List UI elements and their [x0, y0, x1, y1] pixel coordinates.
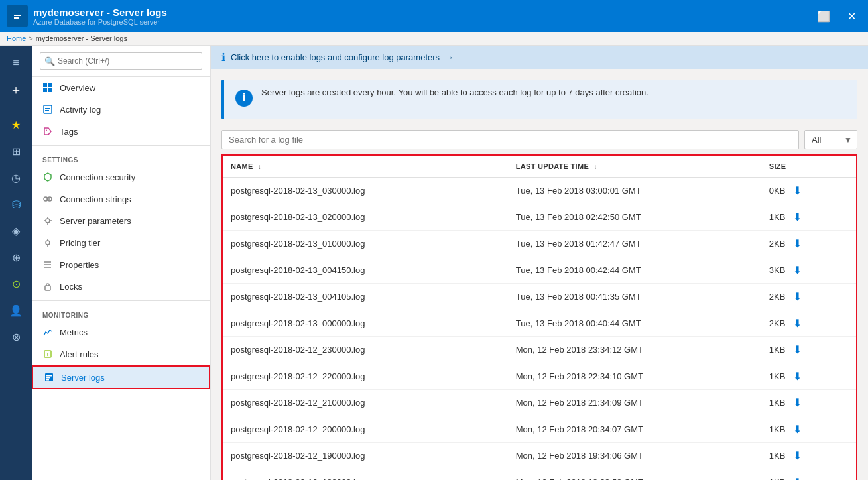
sidebar-item-alert-rules[interactable]: Alert rules [32, 343, 210, 365]
breadcrumb: Home > mydemoserver - Server logs [0, 32, 868, 46]
log-file-name: postgresql-2018-02-13_010000.log [223, 231, 508, 257]
download-button[interactable]: ⬇ [790, 448, 804, 463]
log-update-time: Tue, 13 Feb 2018 00:42:44 GMT [508, 257, 761, 284]
more-nav-item[interactable]: ⊗ [3, 325, 29, 349]
close-button[interactable]: ✕ [842, 7, 861, 25]
main-layout: ≡ ＋ ★ ⊞ ◷ ⛁ ◈ ⊕ ⊙ 👤 ⊗ 🔍 Overview [0, 46, 868, 480]
download-button[interactable]: ⬇ [790, 263, 804, 278]
sidebar-item-overview[interactable]: Overview [32, 77, 210, 99]
table-row: postgresql-2018-02-12_230000.logMon, 12 … [223, 337, 856, 363]
db-nav-item[interactable]: ⛁ [3, 192, 29, 216]
resource-nav-item[interactable]: ◈ [3, 219, 29, 243]
sidebar-item-server-logs-label: Server logs [61, 373, 105, 383]
svg-rect-30 [46, 375, 52, 377]
marketplace-nav-item[interactable]: ⊕ [3, 245, 29, 269]
update-sort-icon: ↓ [593, 163, 597, 170]
svg-rect-2 [14, 17, 19, 19]
sidebar-item-overview-label: Overview [60, 83, 95, 93]
log-size: 1KB⬇ [761, 443, 856, 469]
table-row: postgresql-2018-02-13_010000.logTue, 13 … [223, 231, 856, 257]
size-value: 2KB [769, 318, 786, 328]
sidebar-item-properties[interactable]: Properties [32, 254, 210, 276]
log-update-time: Mon, 12 Feb 2018 18:33:58 GMT [508, 469, 761, 481]
breadcrumb-home[interactable]: Home [7, 34, 26, 42]
svg-rect-4 [48, 83, 52, 87]
sidebar-divider-2 [32, 300, 210, 301]
size-value: 1KB [769, 212, 786, 222]
window-subtitle: Azure Database for PostgreSQL server [33, 18, 167, 26]
log-size: 1KB⬇ [761, 416, 856, 442]
dashboard-nav-item[interactable]: ⊞ [3, 139, 29, 163]
maximize-button[interactable]: ⬜ [812, 7, 836, 25]
log-file-name: postgresql-2018-02-12_210000.log [223, 390, 508, 416]
sidebar-item-metrics-label: Metrics [60, 328, 88, 337]
size-value: 1KB [769, 345, 786, 355]
log-file-name: postgresql-2018-02-12_180000.log [223, 469, 508, 481]
content-area: ℹ Click here to enable logs and configur… [211, 46, 868, 480]
download-button[interactable]: ⬇ [790, 422, 804, 437]
sidebar-item-connection-strings[interactable]: Connection strings [32, 188, 210, 210]
sidebar-item-server-logs[interactable]: Server logs [32, 365, 210, 389]
download-button[interactable]: ⬇ [790, 369, 804, 384]
svg-rect-5 [43, 88, 47, 92]
col-header-size: SIZE [761, 156, 856, 178]
log-file-name: postgresql-2018-02-13_020000.log [223, 204, 508, 231]
log-file-name: postgresql-2018-02-13_000000.log [223, 310, 508, 337]
favorites-nav-item[interactable]: ★ [3, 113, 29, 137]
properties-icon [42, 259, 53, 270]
user-nav-item[interactable]: 👤 [3, 298, 29, 322]
hamburger-nav-item[interactable]: ≡ [3, 51, 29, 75]
download-button[interactable]: ⬇ [790, 236, 804, 251]
sidebar-item-tags[interactable]: Tags [32, 121, 210, 143]
log-file-name: postgresql-2018-02-13_030000.log [223, 178, 508, 204]
pricing-tier-icon [42, 237, 53, 248]
app-icon [7, 5, 28, 27]
window-title: mydemoserver - Server logs [33, 7, 167, 18]
download-button[interactable]: ⬇ [790, 475, 804, 480]
sidebar-item-pricing-label: Pricing tier [60, 238, 100, 248]
log-update-time: Mon, 12 Feb 2018 22:34:10 GMT [508, 363, 761, 390]
sidebar-item-server-parameters[interactable]: Server parameters [32, 210, 210, 232]
filter-dropdown[interactable]: All [804, 130, 857, 149]
sidebar-item-activity-log[interactable]: Activity log [32, 99, 210, 121]
log-size: 2KB⬇ [761, 231, 856, 257]
log-file-name: postgresql-2018-02-13_004150.log [223, 257, 508, 284]
sidebar-item-locks[interactable]: Locks [32, 276, 210, 298]
info-card-text: Server logs are created every hour. You … [261, 88, 649, 97]
activity-log-icon [42, 104, 53, 115]
connection-strings-icon [42, 194, 53, 204]
sidebar-search-container: 🔍 [32, 46, 210, 77]
info-banner[interactable]: ℹ Click here to enable logs and configur… [211, 46, 868, 69]
monitor-nav-item[interactable]: ⊙ [3, 272, 29, 296]
add-nav-item[interactable]: ＋ [3, 78, 29, 101]
log-size: 1KB⬇ [761, 469, 856, 480]
search-input[interactable] [40, 52, 202, 70]
log-search-input[interactable] [221, 130, 799, 149]
connection-security-icon [42, 172, 53, 182]
log-update-time: Tue, 13 Feb 2018 03:00:01 GMT [508, 178, 761, 204]
sidebar-item-activity-label: Activity log [60, 105, 101, 115]
download-button[interactable]: ⬇ [790, 183, 804, 198]
sidebar-item-metrics[interactable]: Metrics [32, 322, 210, 343]
sidebar-item-connection-security[interactable]: Connection security [32, 166, 210, 188]
col-header-name[interactable]: NAME ↓ [223, 156, 508, 178]
table-row: postgresql-2018-02-13_000000.logTue, 13 … [223, 310, 856, 337]
download-button[interactable]: ⬇ [790, 342, 804, 357]
download-button[interactable]: ⬇ [790, 289, 804, 304]
recent-nav-item[interactable]: ◷ [3, 166, 29, 190]
monitoring-section-label: MONITORING [32, 304, 210, 322]
settings-section-label: SETTINGS [32, 149, 210, 166]
info-card: i Server logs are created every hour. Yo… [221, 80, 857, 119]
col-header-update[interactable]: LAST UPDATE TIME ↓ [508, 156, 761, 178]
download-button[interactable]: ⬇ [790, 395, 804, 410]
download-button[interactable]: ⬇ [790, 316, 804, 331]
svg-point-19 [46, 241, 50, 245]
log-size: 1KB⬇ [761, 390, 856, 416]
log-update-time: Tue, 13 Feb 2018 02:42:50 GMT [508, 204, 761, 231]
size-value: 2KB [769, 292, 786, 302]
table-row: postgresql-2018-02-12_210000.logMon, 12 … [223, 390, 856, 416]
svg-rect-6 [48, 88, 52, 92]
toolbar-row: All ▼ [221, 130, 857, 149]
download-button[interactable]: ⬇ [790, 210, 804, 225]
sidebar-item-pricing-tier[interactable]: Pricing tier [32, 232, 210, 254]
